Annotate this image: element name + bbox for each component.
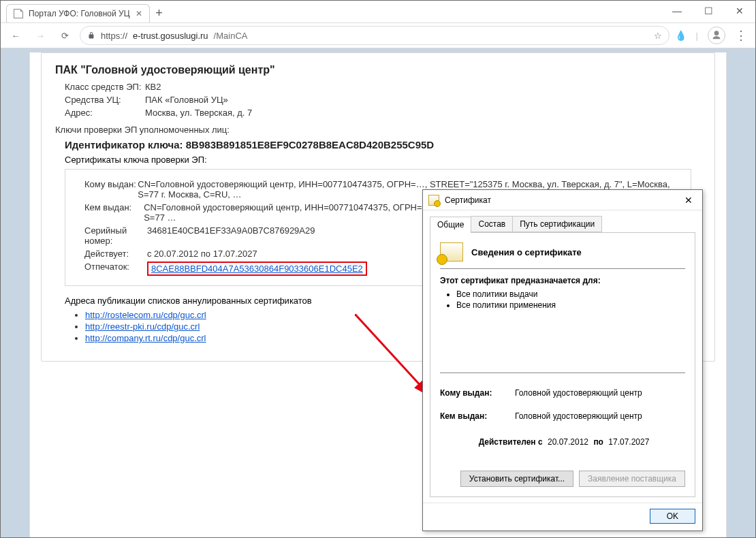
dlg-issuer-value: Головной удостоверяющий центр: [515, 411, 642, 421]
valid-prefix: Действителен с: [479, 437, 543, 447]
browser-tab[interactable]: Портал УФО: Головной УЦ ✕: [6, 4, 150, 22]
page-icon: [14, 9, 23, 18]
valid-to: 17.07.2027: [608, 437, 649, 447]
new-tab-button[interactable]: +: [150, 3, 169, 22]
cert-serial-label: Серийный номер:: [84, 225, 147, 246]
dlg-subject-value: Головной удостоверяющий центр: [515, 388, 642, 398]
dlg-subject-label: Кому выдан:: [440, 388, 515, 398]
browser-menu-button[interactable]: ⋮: [735, 28, 747, 43]
crl-link[interactable]: http://rostelecom.ru/cdp/guc.crl: [85, 310, 206, 320]
cert-fingerprint-label: Отпечаток:: [84, 262, 147, 276]
certificate-dialog: Сертификат ✕ Общие Состав Путь сертифика…: [422, 189, 703, 531]
certificate-icon: [428, 195, 439, 206]
extension-icon[interactable]: 💧: [675, 30, 687, 41]
purpose-item: Все политики применения: [456, 300, 685, 310]
cert-valid-label: Действует:: [84, 249, 147, 259]
cert-subject-label: Кому выдан:: [84, 179, 138, 200]
url-host: e-trust.gosuslugi.ru: [133, 31, 208, 41]
tab-general[interactable]: Общие: [430, 217, 471, 233]
dlg-issuer-label: Кем выдан:: [440, 411, 515, 421]
browser-toolbar: ← → ⟳ https://e-trust.gosuslugi.ru/MainC…: [1, 22, 755, 48]
address-value: Москва, ул. Тверская, д. 7: [145, 108, 252, 118]
forward-button[interactable]: →: [31, 26, 50, 45]
issuer-statement-button: Заявление поставщика: [579, 471, 685, 487]
back-button[interactable]: ←: [6, 26, 25, 45]
reload-button[interactable]: ⟳: [55, 26, 74, 45]
close-tab-icon[interactable]: ✕: [136, 9, 142, 18]
key-id-label: Идентификатор ключа:: [65, 139, 186, 151]
window-titlebar: Портал УФО: Головной УЦ ✕ + — ☐ ✕: [1, 1, 755, 22]
certificate-large-icon: [440, 242, 463, 262]
uc-means-value: ПАК «Головной УЦ»: [145, 95, 228, 105]
bookmark-star-icon[interactable]: ☆: [654, 31, 662, 41]
tab-cert-path[interactable]: Путь сертификации: [512, 216, 602, 232]
ep-class-label: Класс средств ЭП:: [65, 82, 145, 92]
certs-caption: Сертификаты ключа проверки ЭП:: [65, 155, 701, 165]
valid-from: 20.07.2012: [548, 437, 588, 447]
address-label: Адрес:: [65, 108, 145, 118]
keys-caption: Ключи проверки ЭП уполномоченных лиц:: [55, 125, 701, 135]
cert-valid-value: с 20.07.2012 по 17.07.2027: [147, 249, 257, 259]
tab-title: Портал УФО: Головной УЦ: [29, 9, 130, 18]
valid-to-word: по: [593, 437, 603, 447]
dialog-title: Сертификат: [445, 195, 680, 205]
tab-panel-general: Сведения о сертификате Этот сертификат п…: [430, 233, 695, 497]
ok-button[interactable]: OK: [650, 509, 695, 524]
crl-link[interactable]: http://reestr-pki.ru/cdp/guc.crl: [85, 321, 200, 332]
install-certificate-button[interactable]: Установить сертификат...: [460, 471, 573, 487]
address-bar[interactable]: https://e-trust.gosuslugi.ru/MainCA ☆: [80, 26, 670, 45]
dialog-close-button[interactable]: ✕: [680, 195, 697, 206]
cert-info-heading: Сведения о сертификате: [471, 247, 582, 257]
cert-issuer-label: Кем выдан:: [84, 202, 144, 223]
purpose-caption: Этот сертификат предназначается для:: [440, 276, 601, 285]
org-title: ПАК "Головной удостоверяющий центр": [55, 64, 701, 76]
key-id-value: 8B983B891851E8EF9C0278B8EAC8D420B255C95D: [186, 139, 434, 151]
window-maximize-button[interactable]: ☐: [693, 1, 724, 21]
url-scheme: https://: [101, 31, 127, 41]
dialog-tabs: Общие Состав Путь сертификации: [430, 216, 695, 233]
uc-means-label: Средства УЦ:: [65, 95, 145, 105]
crl-link[interactable]: http://company.rt.ru/cdp/guc.crl: [85, 333, 206, 343]
tab-composition[interactable]: Состав: [471, 216, 513, 232]
window-close-button[interactable]: ✕: [724, 1, 755, 21]
url-path: /MainCA: [214, 31, 248, 41]
cert-fingerprint-link[interactable]: 8CAE88BBFD404A7A53630864F9033606E1DC45E2: [151, 264, 363, 274]
purpose-item: Все политики выдачи: [456, 289, 685, 299]
cert-serial-value: 34681E40CB41EF33A9A0B7C876929A29: [147, 225, 315, 246]
profile-avatar-icon[interactable]: [708, 27, 725, 44]
ep-class-value: КВ2: [145, 82, 161, 92]
lock-icon: [87, 31, 95, 39]
window-minimize-button[interactable]: —: [661, 1, 693, 21]
cert-fingerprint-highlight: 8CAE88BBFD404A7A53630864F9033606E1DC45E2: [147, 262, 367, 276]
